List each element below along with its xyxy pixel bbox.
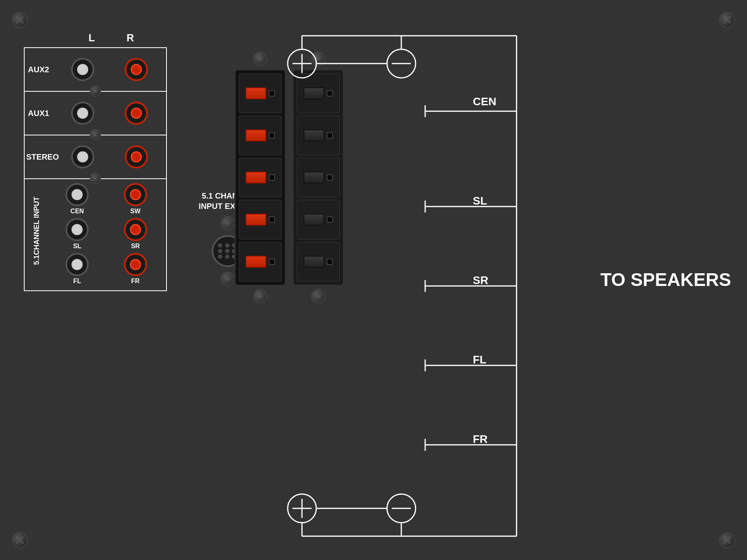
aux2-row: AUX2 (25, 48, 166, 92)
sw-connector-cell: SW (108, 183, 163, 215)
aux1-label: AUX1 (25, 105, 52, 121)
aux1-left-rca[interactable] (71, 102, 94, 125)
channel51-row: 5.1CHANNEL INPUT CEN SW SL (25, 179, 166, 290)
to-speakers-label: TO SPEAKERS (600, 268, 731, 292)
fl-channel-label: FL (473, 353, 486, 366)
aux1-right-rca[interactable] (125, 102, 148, 125)
r-label: R (127, 32, 134, 44)
lr-labels: L R (24, 32, 175, 44)
din-pin-4 (218, 249, 222, 253)
sr-connector-cell: SR (108, 218, 163, 250)
din-pin-7 (218, 255, 222, 259)
screw-stereo-51 (90, 173, 101, 184)
sw-sublabel: SW (130, 208, 141, 215)
sr-rca[interactable] (124, 218, 147, 241)
connector-grid: AUX2 AUX1 STEREO (24, 47, 167, 291)
sl-sublabel: SL (73, 243, 81, 250)
fl-sublabel: FL (73, 278, 81, 285)
cen-rca[interactable] (66, 183, 89, 206)
corner-screw-tl (12, 12, 28, 28)
corner-screw-tr (719, 12, 735, 28)
cen-sublabel: CEN (70, 208, 84, 215)
aux2-left-rca[interactable] (71, 58, 94, 81)
stereo-row: STEREO (25, 135, 166, 179)
input-section: L R AUX2 AUX1 (24, 32, 175, 291)
channel51-label: 5.1CHANNEL INPUT (27, 179, 46, 282)
sw-rca[interactable] (124, 183, 147, 206)
cen-connector-cell: CEN (50, 183, 105, 215)
stereo-left-rca[interactable] (71, 145, 94, 168)
sr-sublabel: SR (131, 243, 140, 250)
aux1-row: AUX1 (25, 92, 166, 135)
l-label: L (89, 32, 95, 44)
fr-rca[interactable] (124, 253, 147, 276)
wiring-diagram-svg (226, 32, 584, 540)
aux2-connectors (52, 55, 166, 84)
fl-connector-cell: FL (50, 253, 105, 285)
din-pin-1 (218, 243, 222, 247)
aux2-right-rca[interactable] (125, 58, 148, 81)
sl-connector-cell: SL (50, 218, 105, 250)
stereo-right-rca[interactable] (125, 145, 148, 168)
sl-channel-label: SL (473, 195, 487, 207)
fl-rca[interactable] (66, 253, 89, 276)
screw-aux2-aux1 (90, 85, 101, 97)
corner-screw-bl (12, 532, 28, 548)
stereo-label: STEREO (25, 149, 52, 165)
corner-screw-br (719, 532, 735, 548)
cen-channel-label: CEN (473, 95, 496, 108)
screw-aux1-stereo (90, 129, 101, 140)
fr-sublabel: FR (131, 278, 139, 285)
aux1-connectors (52, 98, 166, 128)
sl-rca[interactable] (66, 218, 89, 241)
main-panel: L R AUX2 AUX1 (0, 0, 747, 560)
fr-connector-cell: FR (108, 253, 163, 285)
aux2-label: AUX2 (25, 62, 52, 77)
channel51-connectors: CEN SW SL SR (46, 179, 166, 289)
stereo-connectors (52, 142, 166, 172)
sr-channel-label: SR (473, 274, 488, 287)
fr-channel-label: FR (473, 433, 488, 446)
